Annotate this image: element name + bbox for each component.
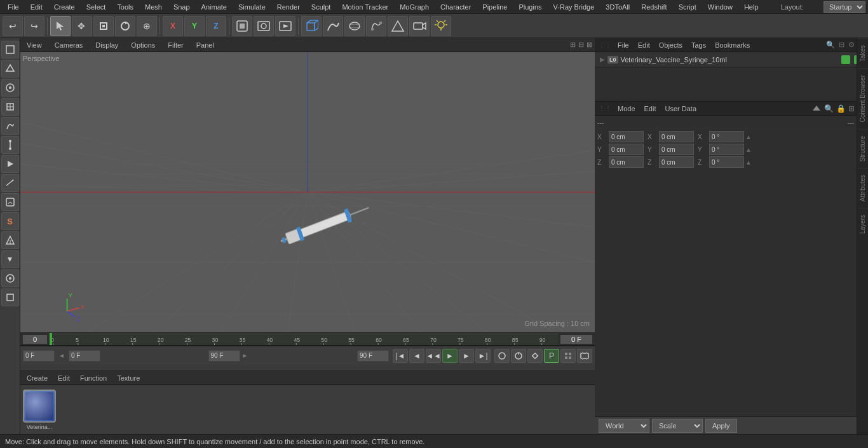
menu-3dtoall[interactable]: 3DToAll xyxy=(600,2,635,12)
play-button[interactable]: ► xyxy=(442,349,458,363)
preview-button[interactable]: P xyxy=(544,349,559,363)
transform-tool-button[interactable]: ⊕ xyxy=(137,16,157,36)
deformer-button[interactable] xyxy=(366,16,386,36)
end-frame-input[interactable] xyxy=(357,350,389,362)
attr-edit-button[interactable]: Edit xyxy=(642,104,659,114)
viewport-menu-view[interactable]: View xyxy=(23,40,46,50)
viewport-menu-display[interactable]: Display xyxy=(92,40,122,50)
x-axis-button[interactable]: X xyxy=(163,16,183,36)
next-frame-button[interactable]: ► xyxy=(459,349,474,363)
move-tool-button[interactable]: ✥ xyxy=(72,16,92,36)
menu-character[interactable]: Character xyxy=(435,2,476,12)
sidebar-edit-button[interactable] xyxy=(1,174,19,192)
attr-userdata-button[interactable]: User Data xyxy=(663,104,700,114)
menu-mograph[interactable]: MoGraph xyxy=(395,2,434,12)
scale-dropdown[interactable]: Scale xyxy=(652,419,703,433)
search-icon[interactable]: 🔍 xyxy=(826,41,835,49)
menu-pipeline[interactable]: Pipeline xyxy=(477,2,512,12)
menu-snap[interactable]: Snap xyxy=(168,2,195,12)
mat-function-button[interactable]: Function xyxy=(78,373,109,383)
attr-arrow-up-icon[interactable] xyxy=(811,104,822,114)
settings-icon[interactable]: ⊠ xyxy=(587,41,592,49)
object-item[interactable]: ▶ L0 Veterinary_Vaccine_Syringe_10ml xyxy=(595,52,868,67)
sidebar-snap-button[interactable] xyxy=(1,231,19,249)
attributes-tab[interactable]: Attributes xyxy=(857,168,868,208)
maximize-icon[interactable]: ⊞ xyxy=(570,41,576,49)
menu-window[interactable]: Window xyxy=(703,2,738,12)
cube-button[interactable] xyxy=(301,16,322,36)
attr-expand-icon[interactable]: ⊞ xyxy=(848,104,855,113)
z-axis-button[interactable]: Z xyxy=(206,16,226,36)
mat-create-button[interactable]: Create xyxy=(24,373,50,383)
sidebar-sculpt-button[interactable] xyxy=(1,117,19,135)
viewport-menu-options[interactable]: Options xyxy=(127,40,159,50)
obj-tags-button[interactable]: Tags xyxy=(689,40,709,50)
menu-tools[interactable]: Tools xyxy=(112,2,139,12)
redo-button[interactable]: ↪ xyxy=(24,16,44,36)
menu-script[interactable]: Script xyxy=(674,2,702,12)
camera-button[interactable] xyxy=(409,16,430,36)
menu-redshift[interactable]: Redshift xyxy=(636,2,672,12)
sidebar-arrow-button[interactable]: ▼ xyxy=(1,250,19,268)
sidebar-rigging-button[interactable] xyxy=(1,136,19,154)
menu-sculpt[interactable]: Sculpt xyxy=(306,2,336,12)
y-size-input[interactable] xyxy=(659,144,694,155)
sidebar-render-button[interactable]: S xyxy=(1,212,19,230)
attr-search-icon[interactable]: 🔍 xyxy=(824,104,834,113)
x-size-input[interactable] xyxy=(659,131,694,142)
layout-select[interactable]: Startup xyxy=(824,1,865,13)
scale-tool-button[interactable] xyxy=(93,16,114,36)
layers-tab[interactable]: Layers xyxy=(857,208,868,240)
menu-motion-tracker[interactable]: Motion Tracker xyxy=(337,2,393,12)
obj-file-button[interactable]: File xyxy=(615,40,632,50)
attr-mode-button[interactable]: Mode xyxy=(615,104,638,114)
viewport-menu-panel[interactable]: Panel xyxy=(193,40,218,50)
z-size-input[interactable] xyxy=(659,156,694,168)
obj-visibility-dot[interactable] xyxy=(841,55,850,64)
menu-select[interactable]: Select xyxy=(81,2,111,12)
sidebar-model-button[interactable] xyxy=(1,41,19,58)
render-view-button[interactable] xyxy=(254,16,274,36)
keyframe-button[interactable] xyxy=(527,349,543,363)
spline-button[interactable] xyxy=(323,16,343,36)
apply-button[interactable]: Apply xyxy=(705,419,737,433)
sidebar-anim-button[interactable] xyxy=(1,155,19,173)
x-rot-input[interactable] xyxy=(709,131,744,142)
content-browser-tab[interactable]: Content Browser xyxy=(857,68,868,128)
sidebar-material-button[interactable] xyxy=(1,193,19,211)
attr-lock-icon[interactable]: 🔒 xyxy=(836,104,846,113)
preview-start-input[interactable] xyxy=(69,350,100,362)
environment-button[interactable] xyxy=(388,16,408,36)
prev-frame-button[interactable]: ◄ xyxy=(409,349,424,363)
mat-edit-button[interactable]: Edit xyxy=(55,373,72,383)
obj-objects-button[interactable]: Objects xyxy=(656,40,685,50)
menu-help[interactable]: Help xyxy=(739,2,764,12)
grid-button[interactable] xyxy=(560,349,576,363)
camera-icon[interactable]: ⊟ xyxy=(578,41,584,49)
y-axis-button[interactable]: Y xyxy=(184,16,205,36)
sidebar-paint-button[interactable] xyxy=(1,79,19,97)
menu-vray[interactable]: V-Ray Bridge xyxy=(548,2,600,12)
world-dropdown[interactable]: World xyxy=(599,419,649,433)
obj-bookmarks-button[interactable]: Bookmarks xyxy=(712,40,752,50)
gear-icon[interactable]: ⚙ xyxy=(848,41,855,49)
menu-render[interactable]: Render xyxy=(272,2,305,12)
mat-texture-button[interactable]: Texture xyxy=(114,373,142,383)
viewport-menu-filter[interactable]: Filter xyxy=(164,40,187,50)
y-rot-input[interactable] xyxy=(709,144,744,155)
material-item[interactable]: Veterina... xyxy=(23,390,56,430)
film-button[interactable] xyxy=(577,349,592,363)
sidebar-uv-button[interactable] xyxy=(1,98,19,116)
x-pos-input[interactable] xyxy=(609,131,644,142)
z-pos-input[interactable] xyxy=(609,156,644,168)
menu-animate[interactable]: Animate xyxy=(196,2,232,12)
record-button[interactable] xyxy=(494,349,510,363)
obj-edit-button[interactable]: Edit xyxy=(635,40,653,50)
menu-plugins[interactable]: Plugins xyxy=(513,2,546,12)
viewport-menu-cameras[interactable]: Cameras xyxy=(51,40,87,50)
light-button[interactable] xyxy=(431,16,451,36)
undo-button[interactable]: ↩ xyxy=(3,16,23,36)
z-rot-input[interactable] xyxy=(709,156,744,168)
nurbs-button[interactable] xyxy=(344,16,365,36)
go-end-button[interactable]: ►| xyxy=(475,349,491,363)
